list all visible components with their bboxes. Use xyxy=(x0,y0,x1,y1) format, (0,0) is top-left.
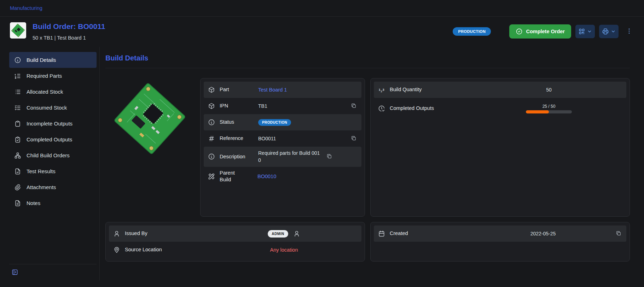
breadcrumb: Manufacturing xyxy=(0,0,644,17)
hash-icon xyxy=(208,135,215,142)
calendar-icon xyxy=(378,230,385,237)
user-icon xyxy=(113,230,120,237)
user-icon xyxy=(293,230,300,237)
sidebar-collapse-icon xyxy=(11,269,18,276)
list-icon xyxy=(14,88,21,95)
main-heading-row: Build Details xyxy=(105,54,630,68)
status-badge: PRODUCTION xyxy=(453,27,491,36)
sidebar-item-notes[interactable]: Notes xyxy=(9,195,97,211)
detail-row-part: Part Test Board 1 xyxy=(204,82,361,98)
source-location-value: Any location xyxy=(270,247,298,253)
status-badge: PRODUCTION xyxy=(258,119,291,126)
sidebar-collapse-button[interactable] xyxy=(11,269,18,277)
quantity-row: 1 2 3 Build Quantity 50 xyxy=(374,82,626,98)
completed-outputs-row: Completed Outputs 25 / 50 xyxy=(374,98,626,119)
sidebar-item-required-parts[interactable]: Required Parts xyxy=(9,68,97,84)
progress-track xyxy=(526,110,572,113)
more-actions-button[interactable] xyxy=(625,25,633,38)
description-value: Required parts for Build 0010 xyxy=(258,150,321,164)
paperclip-icon xyxy=(14,184,21,191)
page-title: Build Order: BO0011 xyxy=(33,22,105,31)
source-location-row: Source Location Any location xyxy=(109,242,361,258)
sidebar-item-attachments[interactable]: Attachments xyxy=(9,179,97,195)
title-block: Build Order: BO0011 50 x TB1 | Test Boar… xyxy=(33,22,105,41)
sidebar-item-label: Child Build Orders xyxy=(27,152,70,158)
section-heading: Build Details xyxy=(105,54,630,62)
numbers-123-icon: 1 2 3 xyxy=(378,86,385,93)
created-label: Created xyxy=(390,230,471,237)
ipn-value: TB1 xyxy=(258,103,346,109)
file-text-icon xyxy=(14,200,21,207)
detail-label: Description xyxy=(220,153,254,160)
sidebar: Build Details Required Parts Allocated S… xyxy=(0,47,100,280)
detail-label: Parent Build xyxy=(220,170,242,183)
pcb-thumbnail-image xyxy=(11,23,25,38)
source-location-label: Source Location xyxy=(125,246,206,253)
chevron-down-icon xyxy=(587,29,592,34)
copy-button[interactable] xyxy=(326,153,333,161)
issued-by-label: Issued By xyxy=(125,230,206,237)
breadcrumb-manufacturing-link[interactable]: Manufacturing xyxy=(10,5,42,11)
detail-row-parent-build: Parent Build BO0010 xyxy=(204,167,361,186)
build-quantity-card: 1 2 3 Build Quantity 50 Completed Output… xyxy=(370,78,630,217)
copy-button[interactable] xyxy=(350,135,357,143)
layout: Build Details Required Parts Allocated S… xyxy=(0,47,644,280)
sidebar-item-incomplete-outputs[interactable]: Incomplete Outputs xyxy=(9,116,97,131)
detail-row-reference: Reference BO0011 xyxy=(204,130,361,147)
sidebar-item-label: Consumed Stock xyxy=(27,105,67,111)
issued-by-row: Issued By ADMIN xyxy=(109,226,361,242)
page-header: Build Order: BO0011 50 x TB1 | Test Boar… xyxy=(0,17,644,47)
tools-icon xyxy=(208,173,215,180)
pcb-image xyxy=(108,79,191,158)
box-icon xyxy=(208,86,215,93)
svg-text:1: 1 xyxy=(379,88,381,92)
part-link[interactable]: Test Board 1 xyxy=(258,87,287,93)
list-check-icon xyxy=(14,104,21,111)
copy-icon xyxy=(351,103,356,109)
info-circle-icon xyxy=(208,119,215,126)
sidebar-item-label: Completed Outputs xyxy=(27,136,72,142)
sitemap-icon xyxy=(14,152,21,159)
part-image[interactable] xyxy=(105,78,194,217)
parent-build-link[interactable]: BO0010 xyxy=(257,174,276,179)
details-grid: Part Test Board 1 IPN TB1 xyxy=(105,78,630,262)
main-content: Build Details xyxy=(100,47,644,280)
circle-check-icon xyxy=(516,28,523,35)
detail-label: Part xyxy=(220,86,254,93)
created-value: 2022-05-25 xyxy=(476,231,610,236)
sidebar-item-completed-outputs[interactable]: Completed Outputs xyxy=(9,131,97,147)
sidebar-item-build-details[interactable]: Build Details xyxy=(9,52,97,68)
header-actions: PRODUCTION Complete Order xyxy=(453,22,633,39)
print-actions-button[interactable] xyxy=(599,25,619,38)
progress-text: 25 / 50 xyxy=(526,104,572,109)
qrcode-icon xyxy=(578,28,585,35)
clock-check-icon xyxy=(378,105,385,112)
copy-icon xyxy=(351,135,356,141)
quantity-label: Build Quantity xyxy=(390,86,471,93)
detail-label: IPN xyxy=(220,102,254,110)
chevron-down-icon xyxy=(611,29,616,34)
barcode-actions-button[interactable] xyxy=(575,25,595,38)
map-pin-icon xyxy=(113,246,120,253)
info-circle-icon xyxy=(208,153,215,160)
complete-order-button[interactable]: Complete Order xyxy=(509,24,571,39)
box-icon xyxy=(208,102,215,110)
printer-icon xyxy=(602,28,609,35)
quantity-value: 50 xyxy=(476,87,622,93)
sidebar-item-label: Incomplete Outputs xyxy=(27,121,72,127)
dots-vertical-icon xyxy=(626,28,633,35)
copy-button[interactable] xyxy=(350,102,357,110)
part-thumbnail[interactable] xyxy=(10,22,26,39)
copy-icon xyxy=(326,153,332,159)
sidebar-item-child-build-orders[interactable]: Child Build Orders xyxy=(9,147,97,163)
sidebar-item-label: Test Results xyxy=(27,168,56,174)
build-details-card: Part Test Board 1 IPN TB1 xyxy=(200,78,365,217)
list-numbers-icon xyxy=(14,72,21,80)
sidebar-item-allocated-stock[interactable]: Allocated Stock xyxy=(9,84,97,100)
detail-row-ipn: IPN TB1 xyxy=(204,98,361,114)
file-report-icon xyxy=(14,168,21,175)
sidebar-item-consumed-stock[interactable]: Consumed Stock xyxy=(9,100,97,116)
sidebar-item-test-results[interactable]: Test Results xyxy=(9,163,97,179)
copy-button[interactable] xyxy=(615,230,622,238)
sidebar-item-label: Notes xyxy=(27,200,40,206)
